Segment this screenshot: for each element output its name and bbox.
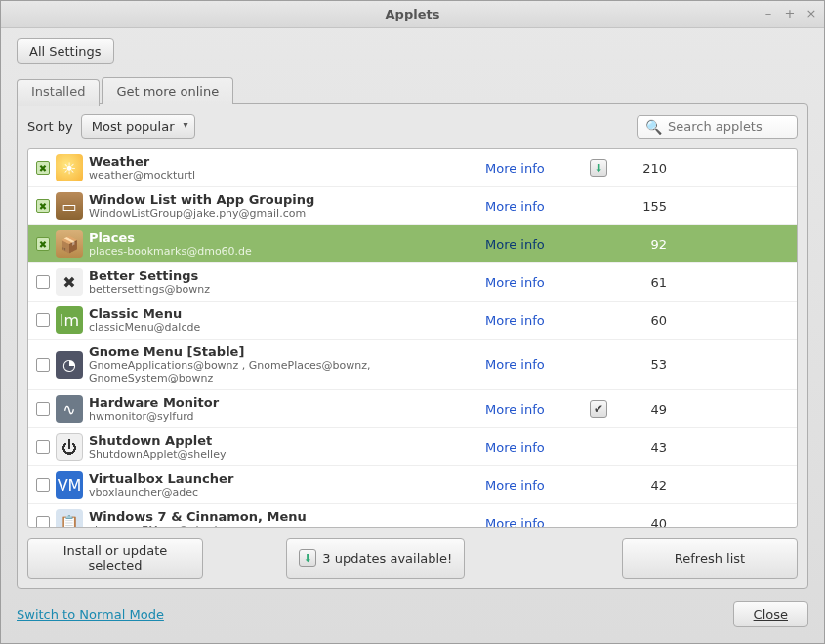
applet-icon: VM [56,471,83,499]
applet-uuid: WindowListGroup@jake.phy@gmail.com [89,207,479,220]
applet-row[interactable]: ✖📦Placesplaces-bookmarks@dmo60.deMore in… [28,225,797,263]
applet-list-container: ✖☀Weatherweather@mockturtlMore info⬇210✖… [27,148,798,528]
toolbar: All Settings [1,28,824,70]
applet-name: Weather [89,154,479,169]
updates-available-button[interactable]: ⬇ 3 updates available! [286,538,465,579]
sort-by-label: Sort by [27,119,73,134]
window-title: Applets [386,7,440,21]
sort-select[interactable]: Most popular [81,114,195,139]
applet-icon: ✖ [56,268,83,296]
extra-col: ⬇ [579,159,618,177]
applet-score: 49 [624,402,671,417]
refresh-list-button[interactable]: Refresh list [622,538,798,579]
filter-bar: Sort by Most popular 🔍 [18,104,807,148]
applet-texts: Classic MenuclassicMenu@dalcde [89,306,479,334]
applet-texts: Better Settingsbettersettings@bownz [89,268,479,296]
close-button[interactable]: Close [733,601,808,627]
applet-row[interactable]: ∿Hardware Monitorhwmonitor@sylfurdMore i… [28,390,797,428]
more-info-link[interactable]: More info [485,402,573,417]
install-checkbox[interactable] [36,358,50,372]
applet-texts: Shutdown AppletShutdownApplet@shelley [89,433,479,461]
applet-icon: ∿ [56,395,83,423]
more-info-link[interactable]: More info [485,440,573,455]
extra-col: ✔ [579,400,618,418]
more-info-link[interactable]: More info [485,275,573,290]
minimize-icon[interactable]: – [762,6,775,20]
more-info-link[interactable]: More info [485,357,573,372]
install-checkbox[interactable] [36,313,50,327]
install-checkbox[interactable] [36,516,50,527]
search-box[interactable]: 🔍 [637,115,798,139]
window: Applets – + × All Settings Installed Get… [0,0,825,644]
search-icon: 🔍 [645,119,662,135]
applet-row[interactable]: VMVirtualbox Launchervboxlauncher@adecMo… [28,466,797,504]
applet-score: 155 [624,199,671,214]
applet-texts: Virtualbox Launchervboxlauncher@adec [89,471,479,499]
applet-icon: ◔ [56,351,83,379]
applet-score: 60 [624,313,671,328]
applet-score: 210 [624,161,671,176]
applet-uuid: hwmonitor@sylfurd [89,410,479,423]
applet-row[interactable]: lmClassic MenuclassicMenu@dalcdeMore inf… [28,302,797,340]
applet-icon: 📦 [56,230,83,258]
applet-row[interactable]: ✖▭Window List with App GroupingWindowLis… [28,187,797,225]
applet-score: 42 [624,478,671,493]
more-info-link[interactable]: More info [485,199,573,214]
applet-icon: lm [56,306,83,334]
applet-uuid: cinnamon7Menu@physics [89,524,479,527]
more-info-link[interactable]: More info [485,313,573,328]
applet-uuid: vboxlauncher@adec [89,486,479,499]
applet-score: 61 [624,275,671,290]
install-update-button[interactable]: Install or update selected [27,538,203,579]
applet-name: Gnome Menu [Stable] [89,344,479,359]
switch-mode-link[interactable]: Switch to Normal Mode [17,607,164,622]
applet-name: Shutdown Applet [89,433,479,448]
install-checkbox[interactable] [36,478,50,492]
applet-name: Window List with App Grouping [89,192,479,207]
applet-name: Hardware Monitor [89,395,479,410]
all-settings-button[interactable]: All Settings [17,38,114,64]
applet-name: Better Settings [89,268,479,283]
install-checkbox[interactable] [36,440,50,454]
download-icon: ⬇ [299,549,316,567]
applet-texts: Windows 7 & Cinnamon, Menucinnamon7Menu@… [89,509,479,527]
applet-icon: ⏻ [56,433,83,461]
applet-row[interactable]: ⏻Shutdown AppletShutdownApplet@shelleyMo… [28,428,797,466]
applet-texts: Placesplaces-bookmarks@dmo60.de [89,230,479,258]
search-input[interactable] [668,119,789,134]
applet-list[interactable]: ✖☀Weatherweather@mockturtlMore info⬇210✖… [28,149,797,527]
applet-row[interactable]: ◔Gnome Menu [Stable]GnomeApplications@bo… [28,340,797,390]
footer: Switch to Normal Mode Close [1,589,824,643]
install-checkbox[interactable]: ✖ [36,161,50,175]
applet-texts: Gnome Menu [Stable]GnomeApplications@bow… [89,344,479,384]
tab-get-more-online[interactable]: Get more online [102,77,233,104]
maximize-icon[interactable]: + [783,6,797,20]
applet-name: Places [89,230,479,245]
applet-texts: Window List with App GroupingWindowListG… [89,192,479,220]
more-info-link[interactable]: More info [485,237,573,252]
applet-icon: ▭ [56,192,83,220]
tab-installed[interactable]: Installed [17,79,100,106]
more-info-link[interactable]: More info [485,161,573,176]
install-checkbox[interactable] [36,275,50,289]
close-icon[interactable]: × [804,6,818,20]
applet-row[interactable]: ✖Better Settingsbettersettings@bownzMore… [28,263,797,302]
applet-row[interactable]: 📋Windows 7 & Cinnamon, Menucinnamon7Menu… [28,504,797,527]
applet-name: Classic Menu [89,306,479,321]
applet-name: Virtualbox Launcher [89,471,479,486]
applet-texts: Weatherweather@mockturtl [89,154,479,181]
applet-score: 43 [624,440,671,455]
applet-row[interactable]: ✖☀Weatherweather@mockturtlMore info⬇210 [28,149,797,187]
applet-icon: 📋 [56,509,83,527]
window-controls: – + × [762,6,818,20]
titlebar: Applets – + × [1,1,824,28]
more-info-link[interactable]: More info [485,516,573,528]
install-checkbox[interactable]: ✖ [36,237,50,251]
install-checkbox[interactable] [36,402,50,416]
install-checkbox[interactable]: ✖ [36,199,50,213]
applet-uuid: classicMenu@dalcde [89,321,479,334]
update-available-icon: ⬇ [590,159,607,177]
updates-label: 3 updates available! [322,551,452,566]
marked-icon: ✔ [590,400,607,418]
more-info-link[interactable]: More info [485,478,573,493]
